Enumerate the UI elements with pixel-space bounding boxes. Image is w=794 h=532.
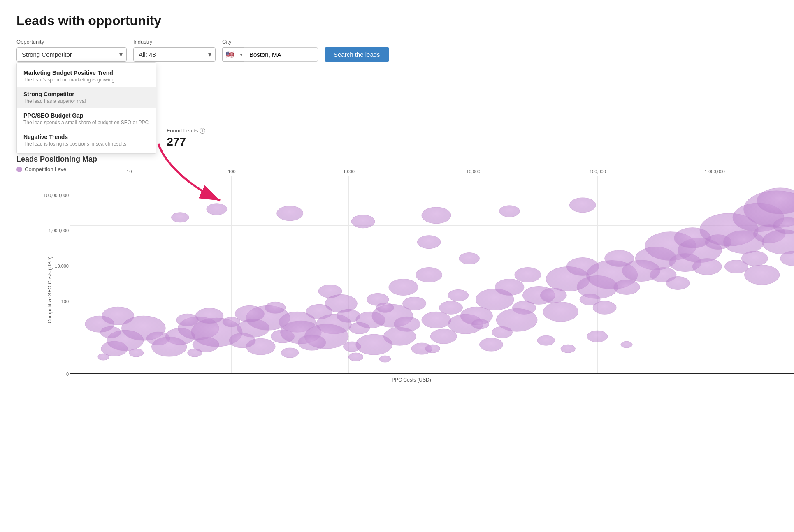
opportunity-select[interactable]: Strong Competitor Marketing Budget Posit… <box>16 47 127 62</box>
svg-point-15 <box>151 337 186 356</box>
svg-point-67 <box>540 288 566 303</box>
found-leads-label: Found Leads i <box>167 127 205 134</box>
page-title: Leads with opportunity <box>16 13 778 28</box>
svg-point-72 <box>543 302 578 322</box>
svg-point-71 <box>593 301 616 314</box>
filters-row: Opportunity Strong Competitor Marketing … <box>16 38 778 62</box>
svg-point-107 <box>417 236 441 249</box>
svg-point-22 <box>265 302 286 313</box>
svg-point-51 <box>448 289 469 301</box>
city-input[interactable] <box>244 47 318 62</box>
svg-point-34 <box>298 335 326 350</box>
svg-point-61 <box>515 268 541 282</box>
svg-point-56 <box>495 279 524 295</box>
scatter-plot <box>70 176 794 373</box>
svg-point-101 <box>499 206 520 217</box>
found-leads-stat: Found Leads i 277 <box>167 127 205 148</box>
industry-select[interactable]: All: 48 <box>133 47 216 62</box>
y-tick-1: 100,000,000 <box>44 193 69 198</box>
svg-point-17 <box>188 349 202 357</box>
competition-level-dot-icon <box>16 167 22 172</box>
svg-point-103 <box>537 335 555 345</box>
svg-point-14 <box>223 317 240 327</box>
city-input-row: 🇺🇸 🇬🇧 🇨🇦 ▾ <box>222 47 318 62</box>
svg-point-104 <box>561 345 576 353</box>
industry-label: Industry <box>133 39 216 45</box>
industry-select-wrapper: All: 48 ▾ <box>133 47 216 62</box>
dropdown-item-marketing-desc: The lead's spend on marketing is growing <box>23 77 149 83</box>
chart-area: 100,000,000 1,000,000 10,000 100 0 10 10… <box>70 176 794 374</box>
dropdown-item-ppc-title: PPC/SEO Budget Gap <box>23 112 149 119</box>
svg-point-97 <box>277 206 303 221</box>
map-section: Leads Positioning Map Competition Level … <box>16 155 778 403</box>
svg-point-63 <box>479 338 503 351</box>
svg-point-59 <box>492 326 513 338</box>
svg-point-7 <box>102 307 134 325</box>
country-flag-select[interactable]: 🇺🇸 🇬🇧 🇨🇦 <box>222 47 244 62</box>
x-tick-2: 100 <box>228 169 235 174</box>
y-tick-4: 100 <box>61 299 69 304</box>
city-filter: City 🇺🇸 🇬🇧 🇨🇦 ▾ <box>222 39 318 62</box>
x-axis-label: PPC Costs (USD) <box>45 377 778 383</box>
dropdown-item-strong-competitor[interactable]: Strong Competitor The lead has a superio… <box>17 87 156 108</box>
x-tick-6: 1,000,000 <box>705 169 725 174</box>
dropdown-item-negative-title: Negative Trends <box>23 134 149 140</box>
svg-point-80 <box>666 276 690 289</box>
legend-label: Competition Level <box>25 166 67 172</box>
opportunity-label: Opportunity <box>16 39 127 45</box>
svg-point-11 <box>176 314 198 326</box>
svg-point-25 <box>281 348 299 358</box>
x-tick-3: 1,000 <box>343 169 355 174</box>
search-leads-button[interactable]: Search the leads <box>325 47 389 62</box>
city-label: City <box>222 39 318 45</box>
svg-point-99 <box>351 215 375 228</box>
svg-point-3 <box>129 349 144 357</box>
dropdown-item-ppc-seo[interactable]: PPC/SEO Budget Gap The lead spends a sma… <box>17 108 156 130</box>
dropdown-item-marketing[interactable]: Marketing Budget Positive Trend The lead… <box>17 65 156 87</box>
svg-point-24 <box>229 333 255 348</box>
svg-point-109 <box>348 353 363 361</box>
svg-point-110 <box>379 356 391 362</box>
map-title: Leads Positioning Map <box>16 155 778 164</box>
found-leads-info-icon[interactable]: i <box>200 128 205 134</box>
svg-point-93 <box>744 265 779 285</box>
dropdown-item-negative-desc: The lead is losing its positions in sear… <box>23 141 149 147</box>
svg-point-98 <box>172 213 189 222</box>
svg-point-47 <box>422 312 451 328</box>
svg-point-81 <box>692 259 722 275</box>
svg-point-100 <box>422 207 451 224</box>
svg-point-8 <box>98 354 109 360</box>
y-tick-2: 1,000,000 <box>49 228 69 233</box>
x-tick-1: 10 <box>127 169 132 174</box>
svg-point-27 <box>235 305 264 322</box>
found-leads-value: 277 <box>167 135 205 148</box>
svg-point-92 <box>724 260 748 273</box>
svg-point-96 <box>207 204 227 215</box>
svg-point-16 <box>195 308 223 324</box>
svg-point-105 <box>587 331 608 342</box>
svg-point-36 <box>318 285 342 298</box>
svg-point-102 <box>569 198 596 213</box>
industry-filter: Industry All: 48 ▾ <box>133 39 216 62</box>
svg-point-106 <box>621 341 632 348</box>
x-tick-5: 100,000 <box>590 169 606 174</box>
svg-point-62 <box>471 319 489 329</box>
svg-point-82 <box>622 260 660 282</box>
y-tick-5: 0 <box>66 372 69 377</box>
dropdown-item-strong-desc: The lead has a superior rival <box>23 98 149 104</box>
dropdown-item-marketing-title: Marketing Budget Positive Trend <box>23 69 149 76</box>
dropdown-item-strong-title: Strong Competitor <box>23 91 149 97</box>
dropdown-item-negative-trends[interactable]: Negative Trends The lead is losing its p… <box>17 130 156 151</box>
svg-point-53 <box>425 345 440 353</box>
svg-point-73 <box>613 280 640 294</box>
x-tick-4: 10,000 <box>467 169 481 174</box>
chart-wrapper: Competitive SEO Costs (USD) 100,000,000 … <box>16 176 778 403</box>
opportunity-select-wrapper: Strong Competitor Marketing Budget Posit… <box>16 47 127 62</box>
svg-point-42 <box>376 303 394 312</box>
y-axis-label: Competitive SEO Costs (USD) <box>47 257 53 324</box>
svg-point-43 <box>403 297 426 310</box>
svg-point-48 <box>439 301 463 314</box>
svg-point-54 <box>416 268 442 282</box>
svg-point-46 <box>356 334 392 355</box>
svg-point-44 <box>389 279 418 295</box>
